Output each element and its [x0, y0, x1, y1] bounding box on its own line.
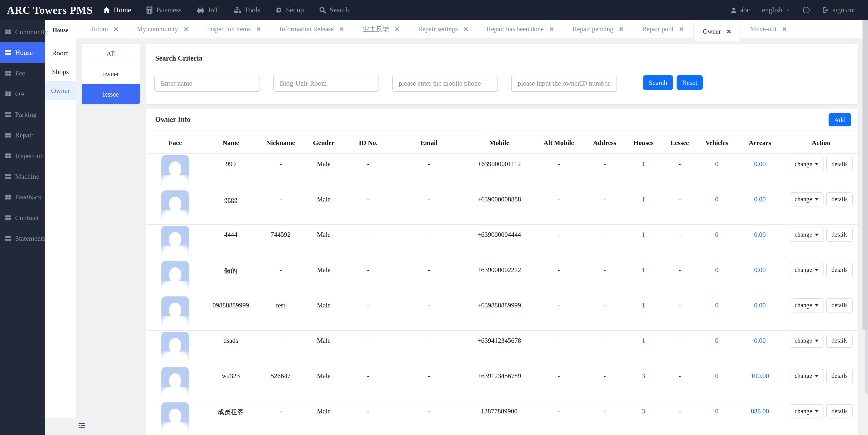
tab-close-icon[interactable] [782, 27, 787, 32]
houses-link[interactable]: 3 [642, 372, 645, 379]
change-button[interactable]: change [789, 404, 824, 418]
arrears-link[interactable]: 0.00 [754, 266, 766, 273]
sidebar-item-house[interactable]: House [0, 42, 45, 63]
tab-inspection-items[interactable]: Inspection items [198, 20, 271, 38]
reset-button[interactable]: Reset [677, 75, 703, 90]
scrollbar-thumb-secondary[interactable] [865, 330, 868, 394]
sidebar-item-parking[interactable]: Parking [0, 104, 45, 125]
collapse-menu-button[interactable] [78, 422, 86, 430]
sidebar-item-feedback[interactable]: Feedback [0, 187, 45, 207]
owner-id-input[interactable] [511, 75, 617, 92]
nav-item-set-up[interactable]: Set up [275, 6, 304, 14]
nav-item-home[interactable]: Home [103, 6, 131, 14]
details-button[interactable]: details [826, 228, 852, 242]
filter-item-lessee[interactable]: lessee [82, 84, 140, 105]
tab-业主反馈[interactable]: 业主反馈 [353, 20, 409, 38]
tab-room[interactable]: Room [83, 20, 128, 38]
houses-link[interactable]: 1 [642, 337, 645, 344]
vehicles-link[interactable]: 0 [715, 337, 718, 344]
tab-close-icon[interactable] [339, 27, 344, 32]
sidebar-item-fee[interactable]: Fee [0, 63, 45, 84]
scrollbar-thumb[interactable] [863, 20, 868, 330]
arrears-link[interactable]: 0.00 [754, 337, 766, 344]
vehicles-link[interactable]: 0 [715, 266, 718, 273]
details-button[interactable]: details [826, 298, 852, 313]
room-input[interactable] [273, 75, 379, 92]
signout-button[interactable]: sign out [822, 6, 855, 14]
subsidebar-item-owner[interactable]: Owner [45, 81, 76, 100]
tab-information-release[interactable]: Information Release [270, 20, 353, 38]
subsidebar-item-room[interactable]: Room [45, 44, 76, 62]
tab-close-icon[interactable] [679, 27, 684, 32]
tab-repair-has-been-done[interactable]: Repair has been done [477, 20, 563, 38]
nav-item-search[interactable]: Search [319, 6, 349, 14]
arrears-link[interactable]: 0.00 [754, 301, 766, 309]
arrears-link[interactable]: 0.00 [754, 231, 766, 238]
mobile-input[interactable] [392, 75, 498, 92]
sidebar-item-oa[interactable]: OA [0, 84, 45, 104]
tab-close-icon[interactable] [549, 27, 554, 32]
tab-repair-pool[interactable]: Repair pool [633, 20, 693, 38]
houses-link[interactable]: 3 [642, 407, 645, 415]
tab-repair-pending[interactable]: Repair pending [563, 20, 633, 38]
vehicles-link[interactable]: 0 [715, 160, 718, 168]
tab-close-icon[interactable] [395, 27, 400, 32]
change-button[interactable]: change [789, 334, 824, 348]
name-input[interactable] [154, 75, 260, 92]
tab-close-icon[interactable] [463, 27, 468, 32]
nav-item-tools[interactable]: Tools [233, 6, 260, 14]
filter-item-owner[interactable]: owner [82, 64, 140, 84]
vehicles-link[interactable]: 0 [715, 301, 718, 309]
details-button[interactable]: details [826, 263, 852, 277]
sidebar-item-repair[interactable]: Repair [0, 125, 45, 145]
change-button[interactable]: change [789, 263, 824, 277]
houses-link[interactable]: 1 [642, 301, 645, 309]
change-button[interactable]: change [789, 298, 824, 313]
vehicles-link[interactable]: 0 [715, 196, 718, 203]
tab-close-icon[interactable] [184, 27, 189, 32]
user-menu[interactable]: abc [730, 6, 750, 14]
change-button[interactable]: change [789, 228, 824, 242]
tab-close-icon[interactable] [726, 29, 731, 34]
change-button[interactable]: change [789, 192, 824, 206]
tab-repair-settings[interactable]: Repair settings [409, 20, 477, 38]
tab-close-icon[interactable] [256, 27, 261, 32]
houses-link[interactable]: 1 [642, 266, 645, 273]
subsidebar-item-shops[interactable]: Shops [45, 62, 76, 81]
details-button[interactable]: details [826, 157, 852, 171]
sidebar-item-community[interactable]: Community [0, 22, 45, 42]
sidebar-item-inspection[interactable]: Inspection [0, 145, 45, 166]
details-button[interactable]: details [826, 404, 852, 418]
tab-close-icon[interactable] [114, 27, 119, 32]
nav-item-iot[interactable]: IoT [196, 6, 218, 14]
arrears-link[interactable]: 0.00 [754, 196, 766, 203]
houses-link[interactable]: 1 [642, 231, 645, 238]
change-button[interactable]: change [789, 157, 824, 171]
houses-link[interactable]: 1 [642, 160, 645, 168]
vehicles-link[interactable]: 0 [715, 407, 718, 415]
nav-item-business[interactable]: Business [146, 6, 182, 14]
tab-close-icon[interactable] [619, 27, 624, 32]
tab-my-community[interactable]: My community [128, 20, 198, 38]
add-button[interactable]: Add [829, 113, 851, 126]
sidebar-item-machine[interactable]: Machine [0, 166, 45, 187]
scrollbar-track[interactable] [863, 20, 868, 435]
sidebar-item-contract[interactable]: Contract [0, 207, 45, 228]
vehicles-link[interactable]: 0 [715, 372, 718, 379]
search-button[interactable]: Search [643, 75, 673, 90]
language-select[interactable]: english [762, 6, 790, 14]
help-button[interactable]: ? [802, 6, 810, 14]
sidebar-item-statements[interactable]: Statements [0, 228, 45, 249]
vehicles-link[interactable]: 0 [715, 231, 718, 238]
details-button[interactable]: details [826, 192, 852, 206]
details-button[interactable]: details [826, 369, 852, 383]
filter-item-all[interactable]: All [82, 44, 140, 64]
houses-link[interactable]: 1 [642, 196, 645, 203]
details-button[interactable]: details [826, 334, 852, 348]
arrears-link[interactable]: 100.00 [751, 372, 769, 379]
arrears-link[interactable]: 888.00 [751, 407, 769, 415]
arrears-link[interactable]: 0.00 [754, 160, 766, 168]
tab-owner[interactable]: Owner [693, 22, 741, 41]
change-button[interactable]: change [789, 369, 824, 383]
tab-move-out[interactable]: Move-out [741, 20, 796, 38]
